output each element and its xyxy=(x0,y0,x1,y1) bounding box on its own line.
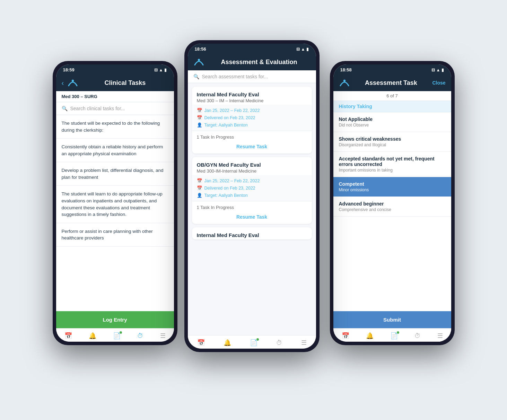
left-search-bar[interactable]: 🔍 Search clinical tasks for... xyxy=(56,102,174,115)
center-nav-doc-dot xyxy=(256,338,259,341)
rating-item-2[interactable]: Accepted standards not yet met, frequent… xyxy=(333,152,451,177)
rating-title-1: Shows critical weaknesses xyxy=(339,136,446,142)
right-nav-calendar[interactable]: 📅 xyxy=(342,332,349,340)
calendar-icon: 📅 xyxy=(197,108,202,113)
rating-item-3[interactable]: Competent Minor omissions xyxy=(333,177,451,197)
left-search-placeholder: Search clinical tasks for... xyxy=(70,106,125,111)
right-battery-icon: ▮ xyxy=(442,68,444,72)
rating-item-4[interactable]: Advanced beginner Comprehensive and conc… xyxy=(333,197,451,217)
task-item-2: Develop a problem list, differential dia… xyxy=(56,162,174,186)
center-nav-timer[interactable]: ⏱ xyxy=(276,339,282,347)
left-nav-calendar[interactable]: 📅 xyxy=(64,332,72,340)
center-battery-icon: ▮ xyxy=(306,47,309,52)
center-app-title: Assessment & Evaluation xyxy=(208,59,311,66)
center-app-header: Assessment & Evaluation xyxy=(188,54,316,70)
left-search-icon: 🔍 xyxy=(62,106,68,111)
close-button[interactable]: Close xyxy=(432,80,445,86)
center-notch xyxy=(248,48,255,51)
calendar-icon-2: 📅 xyxy=(197,178,202,183)
center-nav-menu[interactable]: ☰ xyxy=(301,339,307,347)
left-app-title: Clinical Tasks xyxy=(82,79,168,87)
left-nav-document[interactable]: 📄 xyxy=(113,332,121,340)
right-status-bar: 18:58 ⊟ ▲ ▮ xyxy=(333,64,451,75)
center-status-time: 18:56 xyxy=(195,46,206,52)
eval-card-1-header: Internal Med Faculty Eval Med 300 – IM –… xyxy=(192,87,312,105)
left-subtitle: Med 300 – SURG xyxy=(56,91,174,102)
center-search-bar[interactable]: 🔍 Search assessment tasks for... xyxy=(188,70,316,83)
resume-task-button-1[interactable]: Resume Task xyxy=(197,142,307,150)
center-lock-icon: ⊟ xyxy=(296,47,300,52)
right-status-time: 18:58 xyxy=(340,67,352,72)
submit-button[interactable]: Submit xyxy=(333,311,451,328)
right-lock-icon: ⊟ xyxy=(431,68,435,72)
eval-card-2-footer: 1 Task In Progress Resume Task xyxy=(192,201,312,224)
right-notch xyxy=(388,69,395,71)
rating-title-4: Advanced beginner xyxy=(339,201,446,207)
right-bottom-nav: 📅 🔔 📄 ⏱ ☰ xyxy=(333,328,451,342)
eval-card-3-title: Internal Med Faculty Eval xyxy=(197,232,307,238)
eval-card-2-title: OB/GYN Med Faculty Eval xyxy=(197,162,307,168)
left-nav-bell[interactable]: 🔔 xyxy=(89,332,96,340)
eval-card-2-subtitle: Med 300-IM-Internal Medicine xyxy=(197,168,307,174)
rating-item-1[interactable]: Shows critical weaknesses Disorganized a… xyxy=(333,132,451,152)
left-logo-icon xyxy=(67,78,78,88)
eval-card-1-info: 📅 Jan 25, 2022 – Feb 22, 2022 📅 Delivere… xyxy=(192,105,312,131)
delivered-icon: 📅 xyxy=(197,115,202,120)
center-card-list: Internal Med Faculty Eval Med 300 – IM –… xyxy=(188,83,316,335)
center-nav-bell[interactable]: 🔔 xyxy=(224,339,231,347)
center-nav-calendar[interactable]: 📅 xyxy=(197,339,205,347)
right-nav-document[interactable]: 📄 xyxy=(390,332,398,340)
eval-card-2-daterange: 📅 Jan 25, 2022 – Feb 22, 2022 xyxy=(197,177,307,184)
right-status-icons: ⊟ ▲ ▮ xyxy=(431,68,444,72)
right-wifi-icon: ▲ xyxy=(436,68,440,72)
right-nav-bell[interactable]: 🔔 xyxy=(366,332,374,340)
eval-card-2-info: 📅 Jan 25, 2022 – Feb 22, 2022 📅 Delivere… xyxy=(192,175,312,201)
lock-icon: ⊟ xyxy=(154,68,158,72)
eval-card-3-header: Internal Med Faculty Eval xyxy=(192,227,312,239)
rating-subtitle-2: Important omissions in taking xyxy=(339,168,446,173)
right-phone: 18:58 ⊟ ▲ ▮ Assessment Task Close 6 of 7 xyxy=(330,61,455,345)
eval-card-1-subtitle: Med 300 – IM – Internal Medicine xyxy=(197,98,307,103)
person-icon-2: 👤 xyxy=(197,193,202,198)
eval-card-1-status: 1 Task In Progress xyxy=(197,134,307,140)
left-status-bar: 18:59 ⊟ ▲ ▮ xyxy=(56,64,174,75)
eval-card-2-delivered: 📅 Delivered on Feb 23, 2022 xyxy=(197,184,307,192)
right-app-header: Assessment Task Close xyxy=(333,75,451,91)
center-wifi-icon: ▲ xyxy=(301,47,305,52)
eval-card-1-title: Internal Med Faculty Eval xyxy=(197,91,307,97)
left-nav-menu[interactable]: ☰ xyxy=(160,332,166,340)
rating-subtitle-3: Minor omissions xyxy=(339,187,446,192)
center-bottom-nav: 📅 🔔 📄 ⏱ ☰ xyxy=(188,335,316,349)
resume-task-button-2[interactable]: Resume Task xyxy=(197,213,307,220)
back-button[interactable]: ‹ xyxy=(62,79,64,87)
rating-list: Not Applicable Did not Observe Shows cri… xyxy=(333,112,451,311)
left-phone: 18:59 ⊟ ▲ ▮ ‹ Clinical Tasks Med 300 – S… xyxy=(53,61,177,345)
left-status-icons: ⊟ ▲ ▮ xyxy=(154,68,167,72)
rating-title-3: Competent xyxy=(339,181,446,187)
svg-point-1 xyxy=(198,59,200,61)
right-nav-timer[interactable]: ⏱ xyxy=(414,332,421,340)
center-status-icons: ⊟ ▲ ▮ xyxy=(296,47,309,52)
right-nav-menu[interactable]: ☰ xyxy=(437,332,443,340)
center-status-bar: 18:56 ⊟ ▲ ▮ xyxy=(188,44,316,54)
rating-subtitle-0: Did not Observe xyxy=(339,123,446,128)
log-entry-button[interactable]: Log Entry xyxy=(56,311,174,328)
left-bottom-nav: 📅 🔔 📄 ⏱ ☰ xyxy=(56,328,174,342)
eval-card-1: Internal Med Faculty Eval Med 300 – IM –… xyxy=(192,87,312,154)
eval-card-1-delivered: 📅 Delivered on Feb 23, 2022 xyxy=(197,114,307,121)
battery-icon: ▮ xyxy=(164,68,167,72)
center-logo-icon xyxy=(193,57,204,67)
rating-item-0[interactable]: Not Applicable Did not Observe xyxy=(333,112,451,132)
rating-subtitle-4: Comprehensive and concise xyxy=(339,207,446,212)
svg-point-0 xyxy=(72,80,74,82)
center-phone-inner: 18:56 ⊟ ▲ ▮ Assessment & Evaluation 🔍 xyxy=(188,44,316,349)
center-nav-document[interactable]: 📄 xyxy=(250,339,257,347)
delivered-icon-2: 📅 xyxy=(197,185,202,191)
center-phone: 18:56 ⊟ ▲ ▮ Assessment & Evaluation 🔍 xyxy=(184,40,320,352)
wifi-icon: ▲ xyxy=(159,68,163,72)
scene: 18:59 ⊟ ▲ ▮ ‹ Clinical Tasks Med 300 – S… xyxy=(46,19,462,401)
svg-point-2 xyxy=(343,80,345,82)
task-item-1: Consistently obtain a reliable history a… xyxy=(56,139,174,162)
rating-subtitle-1: Disorganized and Illogical xyxy=(339,142,446,147)
left-nav-timer[interactable]: ⏱ xyxy=(137,332,143,340)
